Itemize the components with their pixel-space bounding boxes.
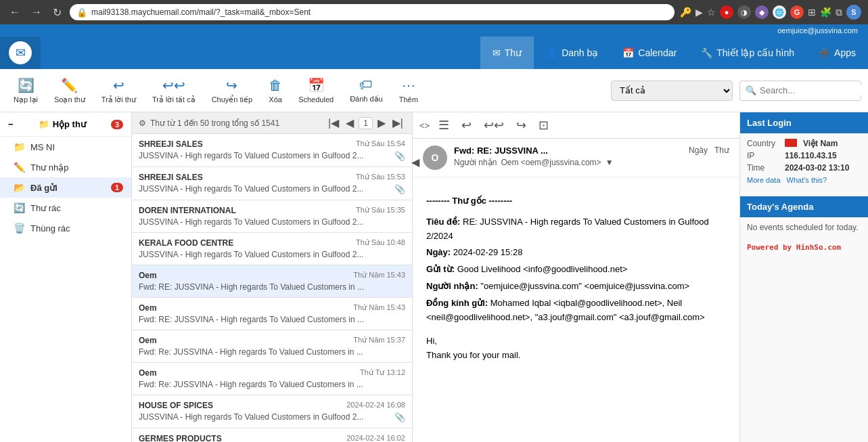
email-list-item[interactable]: Oem Thứ Năm 15:43 Fwd: RE: JUSSVINA - Hi… [132, 265, 412, 298]
prev-page-button[interactable]: ◀ [344, 116, 356, 129]
forward-button[interactable]: ↪ Chuyển tiếp [205, 74, 259, 108]
search-box[interactable]: 🔍 [739, 81, 861, 101]
delete-button[interactable]: 🗑 Xóa [262, 74, 289, 107]
reload-button[interactable]: 🔄 Nạp lại [7, 74, 45, 108]
right-panel: Last Login Country Việt Nam IP 116.110.4… [739, 112, 868, 442]
user-avatar[interactable]: S [846, 5, 861, 20]
email-subject-row: JUSSVINA - High regards To Valued Custom… [139, 151, 405, 161]
nguoi-nhan-row: Người nhận: "oemjuice@jussvina.com" <oem… [426, 280, 726, 294]
email-list-item[interactable]: Oem Thứ Năm 15:37 Fwd: Re: JUSSVINA - Hi… [132, 330, 412, 363]
sidebar-item-đã-gửi[interactable]: 📂 Đã gửi 1 [0, 177, 131, 198]
tieu-de-value: RE: JUSSVINA - High regards To Valued Cu… [426, 217, 709, 241]
item-badge: 1 [111, 183, 123, 192]
url-bar[interactable]: 🔒 mail93138.maychuemail.com/mail/?_task=… [70, 4, 675, 20]
nav-settings-label: Thiết lập cấu hình [716, 47, 794, 58]
email-list-item[interactable]: SHREEJI SALES Thứ Sáu 15:54 JUSSVINA - H… [132, 134, 412, 167]
mailbox-badge: 3 [111, 120, 123, 129]
forward-button[interactable]: → [28, 5, 45, 20]
dong-kinh-label: Đồng kính gửi: [426, 298, 488, 308]
reload-browser-button[interactable]: ↻ [50, 5, 64, 20]
main-nav: ✉ ✉ Thư 👤 Danh bạ 📅 Calendar 🔧 Thiết lập… [0, 37, 868, 69]
email-sender: GERMES PRODUCTS [139, 434, 222, 442]
sidebar-item-thư-nhập[interactable]: ✏️ Thư nhập [0, 157, 131, 177]
nav-settings[interactable]: 🔧 Thiết lập cấu hình [689, 37, 806, 69]
ip-value: 116.110.43.15 [785, 151, 837, 160]
email-subject-text: JUSSVINA - High regards To Valued Custom… [139, 412, 363, 422]
mark-icon: 🏷 [359, 77, 373, 93]
email-item-header: DOREN INTERNATIONAL Thứ Sáu 15:35 [139, 206, 405, 215]
nav-contacts[interactable]: 👤 Danh bạ [534, 37, 610, 69]
email-list-item[interactable]: SHREEJI SALES Thứ Sáu 15:53 JUSSVINA - H… [132, 167, 412, 200]
mail-icon: ✉ [493, 47, 501, 58]
gear-icon[interactable]: ⚙ [139, 118, 146, 128]
email-meta: Fwd: RE: JUSSVINA ... Người nhận Oem <oe… [454, 146, 682, 167]
browser-bar: ← → ↻ 🔒 mail93138.maychuemail.com/mail/?… [0, 0, 868, 24]
view-code-icon: <> [419, 120, 430, 131]
sidebar-item-thùng-rác[interactable]: 🗑️ Thùng rác [0, 218, 131, 238]
more-data-link[interactable]: More data [747, 176, 781, 184]
contacts-icon: 👤 [546, 47, 557, 58]
search-input[interactable] [760, 85, 861, 95]
view-list-icon[interactable]: ☰ [435, 116, 453, 134]
next-page-button[interactable]: ▶ [375, 116, 388, 129]
mail-logo: ✉ [9, 41, 32, 64]
nav-calendar[interactable]: 📅 Calendar [610, 37, 689, 69]
view-reply-all-btn[interactable]: ↩↩ [480, 116, 507, 134]
reply-all-button[interactable]: ↩↩ Trả lời tất cả [145, 74, 202, 108]
back-button[interactable]: ← [7, 5, 23, 20]
last-login-content: Country Việt Nam IP 116.110.43.15 Time 2… [740, 133, 868, 190]
time-value: 2024-03-02 13:10 [785, 163, 849, 173]
email-list-item[interactable]: HOUSE OF SPICES 2024-02-24 16:08 JUSSVIN… [132, 395, 412, 428]
scheduled-button[interactable]: 📅 Scheduled [292, 74, 340, 107]
sidebar-expand-icon[interactable]: − [8, 119, 14, 129]
last-page-button[interactable]: ▶| [390, 116, 405, 129]
view-forward-btn[interactable]: ↪ [513, 116, 530, 134]
more-button[interactable]: ⋯ Thêm [392, 74, 425, 107]
whats-this-link[interactable]: What's this? [787, 176, 827, 184]
filter-select[interactable]: Tất cả [611, 81, 733, 101]
compose-button[interactable]: ✏️ Soạn thư [47, 74, 92, 108]
toolbar-right: Tất cả 🔍 [611, 81, 861, 101]
email-list-item[interactable]: Oem Thứ Tư 13:12 Fwd: Re: JUSSVINA - Hig… [132, 363, 412, 395]
country-row: Country Việt Nam [747, 139, 861, 148]
email-list-item[interactable]: Oem Thứ Năm 15:43 Fwd: RE: JUSSVINA - Hi… [132, 298, 412, 330]
email-subject-text: Fwd: RE: JUSSVINA - High regards To Valu… [139, 315, 364, 324]
expand-recipient-icon[interactable]: ▼ [606, 158, 614, 167]
more-links: More data What's this? [747, 176, 861, 184]
email-item-header: KERALA FOOD CENTRE Thứ Sáu 10:48 [139, 238, 405, 248]
forward-icon: ↪ [226, 77, 237, 93]
email-date: Thứ Năm 15:43 [353, 271, 405, 280]
email-from-row: Người nhận Oem <oem@jussvina.com> ▼ [454, 158, 682, 167]
reply-button[interactable]: ↩ Trả lời thư [95, 74, 143, 108]
page-number[interactable]: 1 [359, 117, 373, 129]
email-list-item[interactable]: DOREN INTERNATIONAL Thứ Sáu 15:35 JUSSVI… [132, 200, 412, 233]
sidebar-item-ms-ni[interactable]: 📁 MS NI [0, 137, 131, 157]
user-email-strip: oemjuice@jussvina.com [0, 24, 868, 37]
email-item-header: Oem Thứ Năm 15:43 [139, 303, 405, 313]
compose-label: Soạn thư [54, 95, 85, 104]
email-list: ⚙ Thư từ 1 đến 50 trong tổng số 1541 |◀ … [132, 112, 413, 442]
view-print-btn[interactable]: ⊡ [535, 116, 552, 134]
email-list-item[interactable]: GERMES PRODUCTS 2024-02-24 16:02 [132, 428, 412, 442]
email-subject-row: JUSSVINA - High regards To Valued Custom… [139, 217, 405, 227]
email-subject-row: JUSSVINA - High regards To Valued Custom… [139, 184, 405, 194]
nav-mail[interactable]: ✉ Thư [480, 37, 534, 69]
powered-by: Powered by HinhSo.com [740, 238, 868, 257]
sidebar-item-thư-rác[interactable]: 🔄 Thư rác [0, 198, 131, 218]
view-reply-btn[interactable]: ↩ [458, 116, 475, 134]
nav-apps[interactable]: ➕ Apps [806, 37, 868, 69]
puzzle-icon: 🧩 [820, 7, 831, 18]
star-icon[interactable]: ☆ [707, 7, 716, 18]
first-page-button[interactable]: |◀ [326, 116, 341, 129]
time-row: Time 2024-03-02 13:10 [747, 163, 861, 173]
email-subject-text: JUSSVINA - High regards To Valued Custom… [139, 151, 363, 161]
email-subject-text: Fwd: Re: JUSSVINA - High regards To Valu… [139, 347, 363, 357]
toolbar: 🔄 Nạp lại ✏️ Soạn thư ↩ Trả lời thư ↩↩ T… [0, 69, 868, 112]
mark-button[interactable]: 🏷 Đánh dấu [343, 74, 390, 107]
thread-label: Thư [714, 146, 729, 155]
collapse-panel[interactable]: ◀ [411, 156, 419, 169]
email-list-item[interactable]: KERALA FOOD CENTRE Thứ Sáu 10:48 JUSSVIN… [132, 233, 412, 265]
email-sender: Oem [139, 271, 157, 280]
recipient-value: Oem <oem@jussvina.com> [501, 158, 601, 167]
reply-label: Trả lời thư [101, 95, 136, 104]
